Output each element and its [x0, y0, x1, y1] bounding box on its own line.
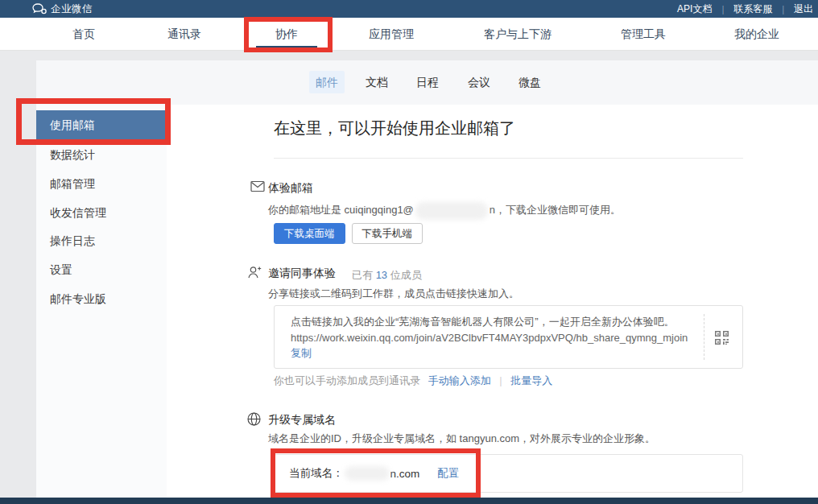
- nav-item-home[interactable]: 首页: [72, 18, 95, 51]
- chat-bubble-icon: [32, 3, 47, 14]
- tab-docs[interactable]: 文档: [366, 71, 388, 93]
- mailbox-address-prefix: 你的邮箱地址是 cuiqingqing1@: [268, 204, 414, 216]
- domain-description: 域名是企业的ID，升级企业专属域名，如 tangyun.com，对外展示专业的企…: [268, 432, 655, 446]
- redacted-email-blur: [415, 202, 488, 220]
- title-divider: [274, 158, 743, 159]
- copy-link[interactable]: 复制: [291, 347, 312, 359]
- member-count-number: 13: [376, 269, 387, 281]
- share-link-content: 点击链接加入我的企业“芜湖海音智能机器人有限公司”，一起开启全新办公体验吧。 h…: [275, 306, 742, 361]
- current-domain-suffix: n.com: [390, 468, 420, 480]
- manual-add-row: 你也可以手动添加成员到通讯录 手动输入添加 | 批量导入: [274, 374, 552, 388]
- trial-mailbox-heading: 体验邮箱: [268, 181, 313, 196]
- wecom-logo: 企业微信: [32, 2, 93, 16]
- top-app-bar: 企业微信 API文档 ｜ 联系客服 ｜ 退出: [0, 0, 818, 18]
- globe-icon: [246, 411, 262, 428]
- main-navbar: 首页 通讯录 协作 应用管理 客户与上下游 管理工具 我的企业: [0, 18, 818, 51]
- sidebar-item-operation-log[interactable]: 操作日志: [36, 226, 167, 255]
- share-invite-text: 点击链接加入我的企业“芜湖海音智能机器人有限公司”，一起开启全新办公体验吧。: [291, 314, 694, 330]
- share-invite-url: https://work.weixin.qq.com/join/aV2BClbv…: [291, 330, 694, 346]
- logout-link[interactable]: 退出: [794, 2, 813, 16]
- current-domain-label: 当前域名：: [289, 466, 344, 481]
- page-title: 在这里，可以开始使用企业邮箱了: [274, 118, 515, 139]
- nav-item-admin-tools[interactable]: 管理工具: [621, 18, 666, 51]
- nav-item-apps[interactable]: 应用管理: [369, 18, 414, 51]
- download-buttons-row: 下载桌面端 下载手机端: [274, 223, 423, 244]
- bottom-dark-strip: [0, 498, 818, 504]
- sidebar-item-settings[interactable]: 设置: [36, 255, 167, 284]
- domain-heading: 升级专属域名: [268, 413, 336, 428]
- member-count-prefix: 已有: [352, 269, 376, 281]
- sidebar-item-use-mailbox[interactable]: 使用邮箱: [36, 110, 167, 139]
- top-right-links: API文档 ｜ 联系客服 ｜ 退出: [677, 2, 813, 16]
- nav-item-contacts[interactable]: 通讯录: [167, 18, 201, 51]
- mail-sidebar: 使用邮箱 数据统计 邮箱管理 收发信管理 操作日志 设置 邮件专业版: [36, 105, 167, 498]
- invite-description: 分享链接或二维码到工作群，成员点击链接快速加入。: [268, 287, 519, 301]
- qr-divider: [704, 314, 704, 360]
- tab-mail[interactable]: 邮件: [309, 71, 345, 93]
- sidebar-item-send-receive[interactable]: 收发信管理: [36, 198, 167, 227]
- invite-heading: 邀请同事体验: [268, 266, 336, 281]
- download-mobile-button[interactable]: 下载手机端: [352, 223, 423, 244]
- envelope-icon: [250, 180, 266, 196]
- active-nav-underline: [256, 46, 317, 50]
- contact-support-link[interactable]: 联系客服: [733, 2, 772, 16]
- person-add-icon: [247, 265, 263, 281]
- member-count-badge: 已有 13 位成员: [352, 268, 422, 283]
- nav-item-customers[interactable]: 客户与上下游: [484, 18, 552, 51]
- qr-code-icon[interactable]: [715, 331, 729, 345]
- current-domain-box: 当前域名：n.com 配置: [274, 454, 743, 493]
- mailbox-address-line: 你的邮箱地址是 cuiqingqing1@n，下载企业微信即可使用。: [268, 202, 621, 220]
- nav-item-my-company[interactable]: 我的企业: [734, 18, 779, 51]
- sidebar-item-mail-pro[interactable]: 邮件专业版: [36, 284, 167, 313]
- sidebar-item-mailbox-mgmt[interactable]: 邮箱管理: [36, 169, 167, 198]
- batch-import-link[interactable]: 批量导入: [510, 374, 552, 386]
- api-docs-link[interactable]: API文档: [677, 2, 712, 16]
- configure-domain-link[interactable]: 配置: [437, 466, 459, 481]
- brand-title: 企业微信: [51, 2, 93, 16]
- manual-add-hint: 你也可以手动添加成员到通讯录: [274, 374, 420, 386]
- manual-links-separator: |: [499, 374, 502, 386]
- tab-drive[interactable]: 微盘: [518, 71, 541, 93]
- tab-schedule[interactable]: 日程: [416, 71, 439, 93]
- page-background: 邮件 文档 日程 会议 微盘 使用邮箱 数据统计 邮箱管理 收发信管理 操作日志…: [0, 51, 818, 498]
- main-content: 在这里，可以开始使用企业邮箱了 体验邮箱 你的邮箱地址是 cuiqingqing…: [167, 105, 818, 498]
- topbar-separator: ｜: [718, 3, 727, 15]
- collab-tabs-band: 邮件 文档 日程 会议 微盘: [36, 60, 818, 105]
- tab-meeting[interactable]: 会议: [468, 71, 490, 93]
- redacted-domain-blur: [345, 466, 390, 481]
- share-link-box: 点击链接加入我的企业“芜湖海音智能机器人有限公司”，一起开启全新办公体验吧。 h…: [274, 305, 743, 369]
- sidebar-item-statistics[interactable]: 数据统计: [36, 140, 167, 169]
- manual-input-add-link[interactable]: 手动输入添加: [428, 374, 491, 386]
- topbar-separator: ｜: [779, 3, 787, 15]
- download-desktop-button[interactable]: 下载桌面端: [274, 223, 345, 244]
- mailbox-address-suffix: n，下载企业微信即可使用。: [490, 204, 621, 216]
- member-count-suffix: 位成员: [387, 269, 422, 281]
